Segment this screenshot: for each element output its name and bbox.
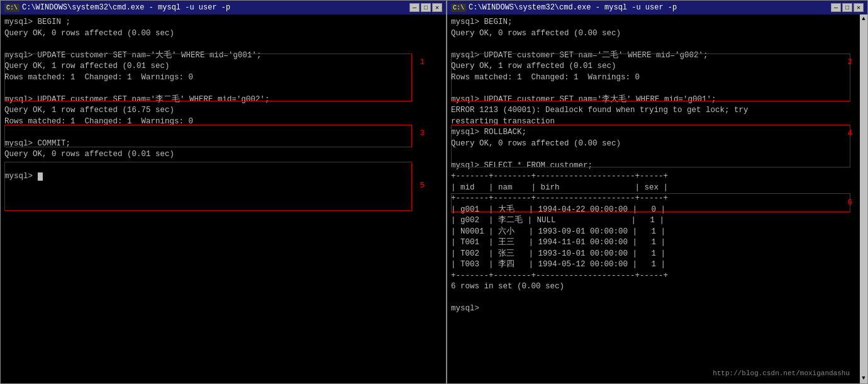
left-title-left: C:\ C:\WINDOWS\system32\cmd.exe - mysql … <box>4 3 230 12</box>
right-red-box-6 <box>451 193 850 212</box>
left-terminal-content: 1 3 5 mysql> BEGIN ; Query OK, 0 rows af… <box>4 17 442 381</box>
left-window: C:\ C:\WINDOWS\system32\cmd.exe - mysql … <box>0 0 447 384</box>
right-label-4: 4 <box>848 127 852 138</box>
right-cmd-icon: C:\ <box>451 4 466 12</box>
right-line-2: Query OK, 0 rows affected (0.00 sec) <box>451 28 859 40</box>
right-label-6: 6 <box>848 196 852 208</box>
right-line-summary: 6 rows in set (0.00 sec) <box>451 281 859 293</box>
left-line-1: mysql> BEGIN ; <box>4 17 442 28</box>
right-table-row-6: | T003 | 李四 | 1994-05-12 00:00:00 | 1 | <box>451 259 859 271</box>
left-title-controls: — □ ✕ <box>409 3 442 12</box>
right-line-9: ERROR 1213 (40001): Deadlock found when … <box>451 105 859 116</box>
right-window-title: C:\WINDOWS\system32\cmd.exe - mysql -u u… <box>469 3 677 12</box>
right-window: C:\ C:\WINDOWS\system32\cmd.exe - mysql … <box>447 0 868 384</box>
scroll-down-arrow[interactable]: ▼ <box>862 375 865 383</box>
right-table-border-top: +-------+--------+---------------------+… <box>451 171 859 183</box>
left-red-box-5 <box>4 162 412 211</box>
left-line-3 <box>4 39 442 50</box>
right-table-row-2: | g002 | 李二毛 | NULL | 1 | <box>451 215 859 227</box>
watermark: http://blog.csdn.net/moxigandashu <box>713 369 850 378</box>
right-label-2: 2 <box>848 56 852 67</box>
left-close-btn[interactable]: ✕ <box>432 3 442 12</box>
right-terminal-body: 2 4 6 mysql> BEGIN; Query OK, 0 rows aff… <box>447 14 867 383</box>
right-table-header: | mid | nam | birh | sex | <box>451 183 859 194</box>
right-maximize-btn[interactable]: □ <box>842 3 852 12</box>
left-red-box-3 <box>4 125 412 147</box>
right-title-left: C:\ C:\WINDOWS\system32\cmd.exe - mysql … <box>451 3 677 12</box>
right-title-controls: — □ ✕ <box>831 3 864 12</box>
scroll-up-arrow[interactable]: ▲ <box>862 15 865 23</box>
right-minimize-btn[interactable]: — <box>831 3 841 12</box>
right-table-row-3: | N0001 | 六小 | 1993-09-01 00:00:00 | 1 | <box>451 227 859 238</box>
right-line-prompt: mysql> <box>451 303 859 315</box>
right-terminal-content: 2 4 6 mysql> BEGIN; Query OK, 0 rows aff… <box>451 17 859 381</box>
right-line-blank <box>451 293 859 304</box>
left-title-bar: C:\ C:\WINDOWS\system32\cmd.exe - mysql … <box>1 1 446 14</box>
left-line-9: Query OK, 1 row affected (16.75 sec) <box>4 105 442 116</box>
right-red-box-4 <box>451 125 850 167</box>
left-line-13: Query OK, 0 rows affected (0.01 sec) <box>4 149 442 161</box>
left-minimize-btn[interactable]: — <box>409 3 420 12</box>
left-red-box-1 <box>4 54 412 101</box>
right-title-bar: C:\ C:\WINDOWS\system32\cmd.exe - mysql … <box>447 1 867 14</box>
right-line-1: mysql> BEGIN; <box>451 17 859 28</box>
right-red-box-2 <box>451 54 850 101</box>
left-label-3: 3 <box>420 127 425 138</box>
left-line-2: Query OK, 0 rows affected (0.00 sec) <box>4 28 442 40</box>
right-scrollbar[interactable]: ▲ ▼ <box>860 14 867 383</box>
left-terminal-body: 1 3 5 mysql> BEGIN ; Query OK, 0 rows af… <box>1 14 446 383</box>
right-close-btn[interactable]: ✕ <box>854 3 864 12</box>
right-table-row-5: | T002 | 张三 | 1993-10-01 00:00:00 | 1 | <box>451 249 859 260</box>
right-table-row-4: | T001 | 王三 | 1994-11-01 00:00:00 | 1 | <box>451 237 859 249</box>
left-label-5: 5 <box>420 179 425 191</box>
left-label-1: 1 <box>420 56 425 67</box>
right-table-border-bottom: +-------+--------+---------------------+… <box>451 271 859 282</box>
left-maximize-btn[interactable]: □ <box>421 3 431 12</box>
left-window-title: C:\WINDOWS\system32\cmd.exe - mysql -u u… <box>22 3 230 12</box>
left-cmd-icon: C:\ <box>4 4 19 12</box>
right-line-3 <box>451 39 859 50</box>
